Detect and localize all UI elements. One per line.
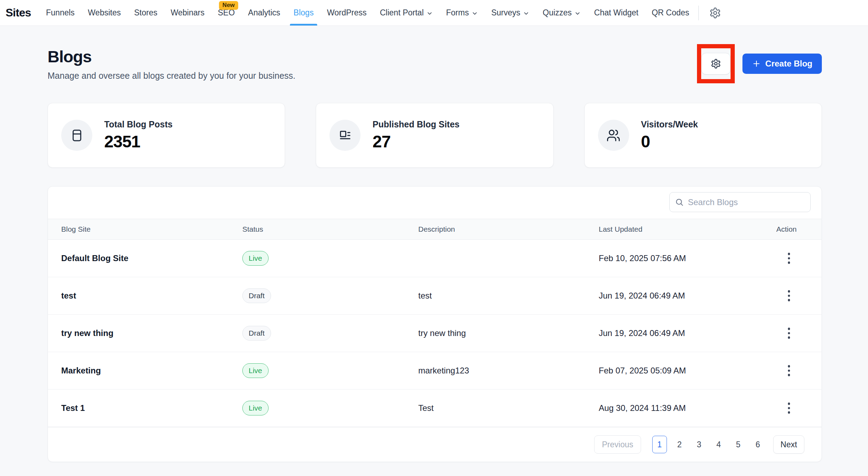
nav-items: Funnels Websites Stores Webinars New SEO… [46, 0, 689, 26]
stat-card-published-blog-sites: Published Blog Sites 27 [316, 103, 553, 168]
stat-text-block: Published Blog Sites 27 [372, 119, 460, 151]
row-actions-kebab-icon[interactable] [782, 287, 796, 304]
page-number-1[interactable]: 1 [652, 436, 667, 453]
nav-item-seo[interactable]: New SEO [218, 0, 235, 26]
page-number-3[interactable]: 3 [692, 436, 706, 453]
column-header-description: Description [418, 225, 599, 233]
nav-label: WordPress [327, 8, 367, 18]
page-header: Blogs Manage and oversee all blogs creat… [48, 44, 822, 83]
create-blog-button[interactable]: Create Blog [742, 54, 822, 74]
table-row: Marketing Live marketing123 Feb 07, 2025… [48, 352, 821, 390]
nav-item-chat-widget[interactable]: Chat Widget [594, 0, 639, 26]
page-number-2[interactable]: 2 [673, 436, 686, 453]
nav-label: Blogs [293, 8, 314, 18]
column-header-status: Status [242, 225, 418, 233]
blogs-table-card: Blog Site Status Description Last Update… [48, 186, 822, 462]
nav-item-websites[interactable]: Websites [88, 0, 121, 26]
nav-item-wordpress[interactable]: WordPress [327, 0, 367, 26]
column-header-last-updated: Last Updated [599, 225, 774, 233]
create-blog-label: Create Blog [765, 59, 812, 69]
blog-description: marketing123 [418, 366, 599, 376]
nav-label: Websites [88, 8, 121, 18]
stat-text-block: Total Blog Posts 2351 [104, 119, 172, 151]
page-subtitle: Manage and oversee all blogs created by … [48, 71, 296, 81]
annotation-highlight-box [697, 44, 735, 83]
stat-card-total-blog-posts: Total Blog Posts 2351 [48, 103, 285, 168]
table-row: Default Blog Site Live Feb 10, 2025 07:5… [48, 240, 821, 277]
page-number-4[interactable]: 4 [712, 436, 726, 453]
blog-site-name: Test 1 [61, 403, 242, 413]
previous-page-button[interactable]: Previous [594, 435, 641, 454]
blog-description: test [418, 291, 599, 301]
pagination: Previous 1 2 3 4 5 6 Next [48, 427, 821, 462]
nav-item-surveys[interactable]: Surveys [491, 0, 529, 26]
last-updated: Feb 07, 2025 05:09 AM [599, 366, 774, 376]
nav-item-stores[interactable]: Stores [134, 0, 157, 26]
column-header-blog-site: Blog Site [61, 225, 242, 233]
table-header-row: Blog Site Status Description Last Update… [48, 219, 821, 240]
last-updated: Aug 30, 2024 11:39 AM [599, 403, 774, 413]
blog-site-name: Default Blog Site [61, 253, 242, 263]
row-actions-kebab-icon[interactable] [782, 250, 796, 267]
blog-settings-button[interactable] [701, 53, 731, 75]
page-number-5[interactable]: 5 [731, 436, 745, 453]
chevron-down-icon [426, 10, 433, 17]
stat-label: Published Blog Sites [372, 119, 460, 130]
stat-value: 27 [372, 132, 460, 151]
stats-row: Total Blog Posts 2351 Published Blog Sit… [48, 103, 822, 168]
status-badge: Live [242, 401, 269, 415]
last-updated: Jun 19, 2024 06:49 AM [599, 291, 774, 301]
search-input[interactable] [669, 192, 811, 212]
row-actions-kebab-icon[interactable] [782, 325, 796, 342]
nav-label: QR Codes [652, 8, 689, 18]
next-page-button[interactable]: Next [773, 435, 804, 454]
page-title: Blogs [48, 47, 296, 66]
status-badge: Live [242, 363, 269, 378]
nav-label: Quizzes [543, 8, 572, 18]
plus-icon [752, 59, 761, 68]
stat-value: 2351 [104, 132, 172, 151]
nav-item-forms[interactable]: Forms [446, 0, 478, 26]
nav-item-qr-codes[interactable]: QR Codes [652, 0, 689, 26]
new-badge: New [219, 1, 238, 10]
nav-item-quizzes[interactable]: Quizzes [543, 0, 581, 26]
blog-site-name: test [61, 291, 242, 301]
notebook-icon [61, 120, 92, 151]
status-badge: Draft [242, 326, 271, 341]
chevron-down-icon [523, 10, 529, 17]
nav-label: Surveys [491, 8, 520, 18]
stat-label: Total Blog Posts [104, 119, 172, 130]
stat-card-visitors-week: Visitors/Week 0 [584, 103, 822, 168]
nav-item-analytics[interactable]: Analytics [248, 0, 280, 26]
blog-site-name: try new thing [61, 328, 242, 338]
nav-item-blogs[interactable]: Blogs [293, 0, 314, 26]
nav-label: Stores [134, 8, 157, 18]
top-navigation-bar: Sites Funnels Websites Stores Webinars N… [0, 0, 868, 26]
row-actions-kebab-icon[interactable] [782, 362, 796, 379]
chevron-down-icon [471, 10, 478, 17]
stat-text-block: Visitors/Week 0 [641, 119, 698, 151]
page-number-list: 1 2 3 4 5 6 [649, 436, 768, 453]
table-row: try new thing Draft try new thing Jun 19… [48, 315, 821, 352]
nav-label: Webinars [171, 8, 205, 18]
brand-logo[interactable]: Sites [6, 6, 31, 19]
nav-label: Analytics [248, 8, 280, 18]
blog-description: try new thing [418, 328, 599, 338]
stat-value: 0 [641, 132, 698, 151]
last-updated: Feb 10, 2025 07:56 AM [599, 253, 774, 263]
nav-label: Funnels [46, 8, 75, 18]
status-badge: Live [242, 251, 269, 266]
page-number-6[interactable]: 6 [751, 436, 765, 453]
nav-item-funnels[interactable]: Funnels [46, 0, 75, 26]
nav-settings-gear-icon[interactable] [709, 6, 722, 20]
nav-item-client-portal[interactable]: Client Portal [380, 0, 433, 26]
search-box [669, 192, 811, 212]
row-actions-kebab-icon[interactable] [782, 400, 796, 416]
page-heading-block: Blogs Manage and oversee all blogs creat… [48, 47, 296, 81]
nav-item-webinars[interactable]: Webinars [171, 0, 205, 26]
stat-label: Visitors/Week [641, 119, 698, 130]
column-header-action: Action [774, 225, 797, 233]
nav-label: Chat Widget [594, 8, 639, 18]
blog-site-name: Marketing [61, 366, 242, 376]
blog-description: Test [418, 403, 599, 413]
